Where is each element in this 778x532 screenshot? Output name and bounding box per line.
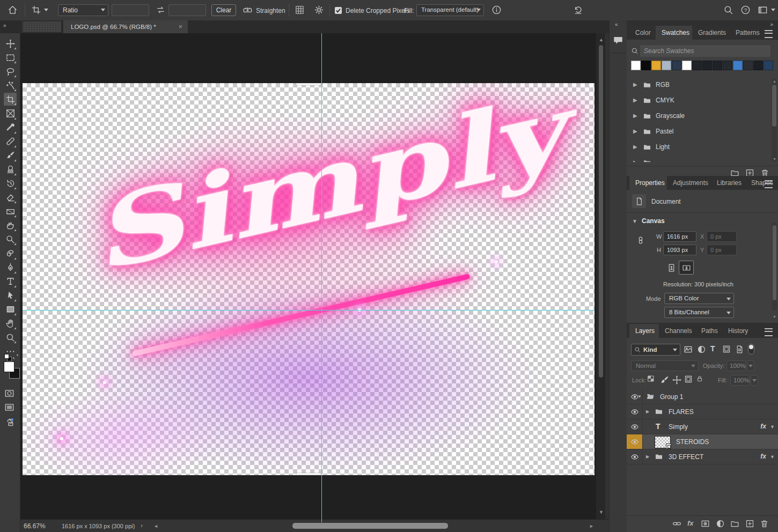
height-field[interactable]: 1093 px [663, 245, 696, 255]
scroll-up-icon[interactable]: ▲ [773, 79, 776, 84]
layer-row-group-1[interactable]: ▼Group 1 [627, 389, 778, 404]
tab-channels[interactable]: Channels [659, 324, 698, 338]
tools-panel-expand-icon[interactable]: » [3, 23, 7, 28]
chevron-right-icon[interactable]: ▶ [633, 97, 637, 103]
layer-fx-badge[interactable]: fx [760, 423, 766, 430]
crop-settings-gear-icon[interactable] [314, 5, 325, 16]
canvas-vertical-scrollbar[interactable]: ▲ ▼ [596, 33, 605, 519]
chevron-right-icon[interactable]: ▶ [633, 159, 637, 162]
layer-fx-badge[interactable]: fx [760, 453, 766, 460]
swatch-group-light[interactable]: ▶Light [627, 139, 766, 155]
x-field[interactable]: 0 px [707, 231, 737, 242]
magic-wand-tool[interactable] [4, 79, 17, 92]
properties-scrollbar[interactable] [772, 222, 777, 311]
opacity-field[interactable]: 100% [726, 360, 746, 371]
document-area[interactable]: Simply STEROIDS [20, 33, 596, 519]
crop-handle-top[interactable] [296, 83, 321, 85]
chevron-down-icon[interactable] [771, 9, 775, 11]
scroll-down-icon[interactable]: ▼ [773, 157, 776, 161]
hand-tool[interactable] [4, 317, 17, 330]
tab-patterns[interactable]: Patterns [730, 26, 766, 40]
clone-stamp-tool[interactable] [4, 163, 17, 176]
layer-name[interactable]: Group 1 [660, 393, 683, 401]
swatch-6[interactable] [692, 61, 702, 70]
zoom-tool[interactable] [4, 331, 17, 344]
tab-adjustments[interactable]: Adjustments [667, 176, 714, 190]
pen-tool[interactable] [4, 261, 17, 274]
eraser-tool[interactable] [4, 191, 17, 204]
layer-name[interactable]: FLARES [669, 408, 694, 416]
sponge-tool[interactable] [4, 247, 17, 260]
swatches-scrollbar[interactable]: ▲ ▼ [772, 78, 777, 162]
gradient-tool[interactable] [4, 205, 17, 218]
layer-visibility-eye-icon[interactable] [627, 449, 643, 464]
lock-position-icon[interactable] [672, 375, 682, 387]
chevron-right-icon[interactable]: ▶ [633, 128, 637, 134]
layer-thumbnail[interactable] [655, 436, 671, 448]
status-chevron-icon[interactable]: › [141, 522, 143, 529]
portrait-orientation-button[interactable] [665, 261, 677, 275]
path-selection-tool[interactable] [4, 289, 17, 302]
tab-layers[interactable]: Layers [629, 324, 660, 338]
layer-row-simply[interactable]: TSimplyfx▼ [627, 419, 778, 434]
scroll-down-icon[interactable]: ▼ [599, 510, 604, 515]
swatch-group-pastel[interactable]: ▶Pastel [627, 124, 766, 139]
chevron-right-icon[interactable]: ▶ [633, 113, 637, 119]
quick-mask-icon[interactable] [4, 388, 14, 400]
new-layer-icon[interactable] [745, 519, 754, 530]
canvas[interactable]: Simply STEROIDS [23, 83, 594, 475]
vertical-scroll-thumb[interactable] [599, 45, 603, 378]
info-icon[interactable] [491, 5, 502, 16]
scroll-down-icon[interactable]: ▼ [773, 314, 776, 319]
vertical-guide[interactable] [321, 33, 322, 522]
document-tab[interactable]: LOGO.psd @ 66.7% (RGB/8) * × [63, 20, 188, 33]
type-tool[interactable] [4, 275, 17, 288]
filter-smart-objects-icon[interactable] [735, 345, 744, 356]
lock-pixels-icon[interactable] [659, 375, 670, 387]
add-layer-mask-icon[interactable] [701, 519, 710, 530]
help-icon[interactable]: ? [740, 5, 751, 16]
lock-artboard-icon[interactable] [684, 375, 693, 385]
straighten-icon[interactable] [243, 5, 253, 16]
blend-mode-select[interactable]: Normal [631, 360, 699, 371]
history-brush-tool[interactable] [4, 177, 17, 190]
panel-menu-icon[interactable] [765, 180, 773, 188]
link-dimensions-icon[interactable] [636, 236, 645, 246]
lasso-tool[interactable] [4, 65, 17, 78]
color-mode-select[interactable]: RGB Color [664, 293, 734, 304]
home-icon[interactable] [8, 5, 18, 16]
chevron-down-icon[interactable]: ▼ [637, 394, 642, 399]
search-icon[interactable] [723, 5, 734, 16]
tab-history[interactable]: History [722, 324, 754, 338]
chevron-down-icon[interactable] [44, 9, 48, 11]
swatch-5[interactable] [682, 61, 692, 70]
layer-filter-kind-select[interactable]: Kind [631, 344, 680, 356]
swatch-group-partial[interactable]: ▶ [627, 155, 766, 162]
dodge-tool[interactable] [4, 233, 17, 246]
straighten-label[interactable]: Straighten [256, 7, 285, 14]
layer-row-steroids[interactable]: STEROIDS [627, 434, 778, 449]
chevron-down-icon[interactable]: ▼ [770, 424, 775, 430]
swatch-1[interactable] [641, 61, 651, 70]
crop-handle-bottom[interactable] [296, 473, 321, 475]
swatch-13[interactable] [764, 61, 773, 70]
fill-select[interactable]: Transparent (default) [416, 4, 484, 16]
default-foreground-icon[interactable] [4, 354, 9, 359]
swatch-0[interactable] [631, 61, 641, 70]
swap-colors-icon[interactable] [12, 353, 19, 362]
tab-libraries[interactable]: Libraries [711, 176, 747, 190]
layer-filter-toggle[interactable] [748, 344, 754, 354]
chevron-right-icon[interactable]: ▶ [646, 454, 649, 459]
smudge-tool[interactable] [4, 219, 17, 232]
layer-row-flares[interactable]: ▶FLARES [627, 404, 778, 419]
eyedropper-tool[interactable] [4, 121, 17, 134]
foreground-color-swatch[interactable] [4, 361, 14, 372]
workspace-icon[interactable] [758, 5, 768, 16]
crop-width-input[interactable] [112, 4, 149, 16]
new-group-icon[interactable] [730, 519, 739, 530]
canvas-section-label[interactable]: Canvas [642, 217, 665, 225]
rectangular-marquee-tool[interactable] [4, 51, 17, 64]
layer-row-3d-effect[interactable]: ▶3D EFFECTfx▼ [627, 449, 778, 464]
opacity-dropdown[interactable] [747, 360, 754, 371]
crop-height-input[interactable] [168, 4, 206, 16]
